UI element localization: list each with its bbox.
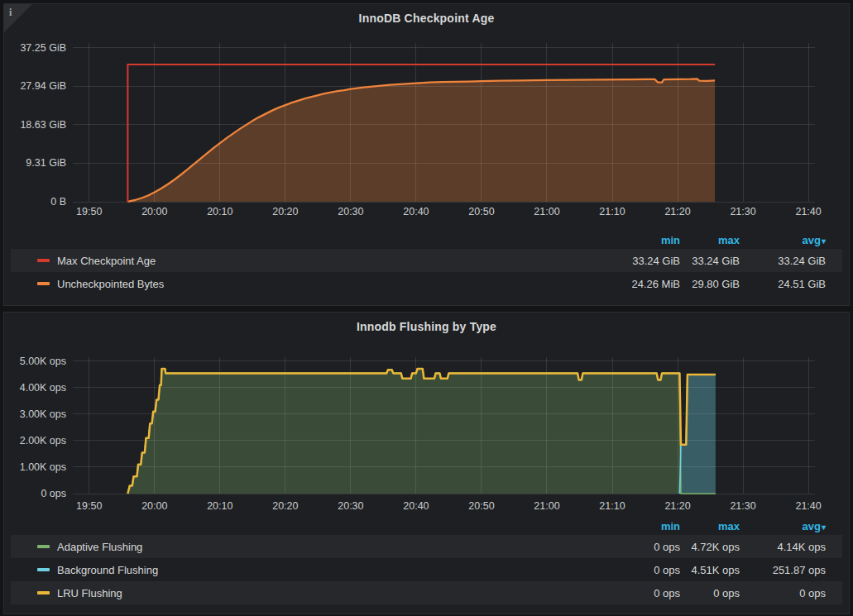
svg-text:21:10: 21:10 [599,206,625,217]
series-color-swatch [37,259,50,262]
series-avg-value: 33.24 GiB [740,255,826,267]
svg-text:27.94 GiB: 27.94 GiB [20,80,66,92]
series-color-swatch [37,545,50,548]
series-name[interactable]: Uncheckpointed Bytes [57,278,164,290]
series-color-swatch [37,591,50,595]
series-name[interactable]: Adaptive Flushing [57,541,142,553]
sort-caret-icon: ▾ [822,523,826,532]
legend-row-adaptive-flushing[interactable]: Adaptive Flushing 0 ops 4.72K ops 4.14K … [11,535,842,558]
series-name[interactable]: Max Checkpoint Age [57,255,156,267]
svg-text:19:50: 19:50 [76,500,102,512]
svg-text:21:20: 21:20 [664,206,690,217]
legend-header-row: min max avg▾ [11,517,842,535]
svg-text:19:50: 19:50 [76,206,102,217]
legend-header-max[interactable]: max [680,234,740,246]
series-max-value: 4.51K ops [680,564,740,576]
info-icon: i [9,7,12,19]
svg-text:37.25 GiB: 37.25 GiB [20,42,66,54]
legend-table: min max avg▾ Adaptive Flushing 0 ops 4.7… [11,517,842,604]
series-avg-value: 0 ops [740,587,826,599]
svg-text:20:50: 20:50 [468,206,494,217]
series-min-value: 24.26 MiB [621,278,680,290]
legend-table: min max avg▾ Max Checkpoint Age 33.24 Gi… [11,231,842,295]
legend-row-max-checkpoint-age[interactable]: Max Checkpoint Age 33.24 GiB 33.24 GiB 3… [11,249,842,272]
svg-text:21:10: 21:10 [599,500,625,512]
svg-text:1.00K ops: 1.00K ops [20,461,66,473]
legend-header-min[interactable]: min [621,520,680,532]
legend-header-max[interactable]: max [680,520,740,532]
svg-text:5.00K ops: 5.00K ops [20,356,66,367]
svg-text:21:20: 21:20 [664,500,690,512]
svg-text:21:30: 21:30 [730,206,755,217]
svg-text:2.00K ops: 2.00K ops [20,435,66,446]
series-max-value: 29.80 GiB [680,278,740,290]
panel-innodb-checkpoint-age: i InnoDB Checkpoint Age 19:5020:0020:102… [3,3,850,306]
series-max-value: 33.24 GiB [680,255,740,267]
series-min-value: 0 ops [621,564,680,576]
legend-row-background-flushing[interactable]: Background Flushing 0 ops 4.51K ops 251.… [11,558,842,581]
panel-title[interactable]: Innodb Flushing by Type [4,313,849,333]
panel-info-corner[interactable]: i [4,4,32,32]
series-color-swatch [37,568,50,571]
svg-text:9.31 GiB: 9.31 GiB [26,157,66,169]
svg-text:21:00: 21:00 [534,206,559,217]
svg-text:21:00: 21:00 [534,500,559,512]
series-avg-value: 4.14K ops [740,541,826,553]
legend-header-avg[interactable]: avg▾ [740,520,826,532]
legend-row-lru-flushing[interactable]: LRU Flushing 0 ops 0 ops 0 ops [11,581,842,604]
svg-text:20:30: 20:30 [338,500,363,512]
svg-text:20:10: 20:10 [207,206,232,217]
series-min-value: 33.24 GiB [621,255,680,267]
panel-title[interactable]: InnoDB Checkpoint Age [4,4,849,25]
checkpoint-age-chart[interactable]: 19:5020:0020:1020:2020:3020:4020:5021:00… [5,38,848,223]
legend-header-row: min max avg▾ [11,231,842,249]
svg-text:0 ops: 0 ops [41,488,66,499]
svg-text:20:40: 20:40 [403,206,429,217]
svg-text:20:20: 20:20 [272,500,298,512]
legend-header-avg-label: avg [803,520,821,532]
svg-text:20:40: 20:40 [403,500,429,512]
series-min-value: 0 ops [621,587,680,599]
svg-text:20:50: 20:50 [468,500,494,512]
svg-text:3.00K ops: 3.00K ops [20,408,66,420]
series-max-value: 4.72K ops [680,541,740,553]
flushing-by-type-chart[interactable]: 19:5020:0020:1020:2020:3020:4020:5021:00… [5,351,848,516]
series-min-value: 0 ops [621,541,680,553]
svg-text:20:00: 20:00 [141,500,167,512]
svg-text:20:10: 20:10 [207,500,232,512]
svg-text:20:00: 20:00 [141,206,167,217]
series-avg-value: 251.87 ops [740,564,826,576]
svg-text:21:30: 21:30 [730,500,755,512]
svg-text:0 B: 0 B [50,196,66,208]
svg-text:21:40: 21:40 [795,206,821,217]
series-avg-value: 24.51 GiB [740,278,826,290]
svg-text:4.00K ops: 4.00K ops [20,382,66,394]
series-max-value: 0 ops [680,587,740,599]
legend-header-avg-label: avg [803,234,821,246]
series-name[interactable]: Background Flushing [57,564,158,576]
svg-text:21:40: 21:40 [795,500,821,512]
legend-header-min[interactable]: min [621,234,680,246]
panel-innodb-flushing-by-type: Innodb Flushing by Type 19:5020:0020:102… [3,312,850,614]
sort-caret-icon: ▾ [822,236,826,246]
svg-text:18.63 GiB: 18.63 GiB [20,119,66,131]
legend-row-uncheckpointed-bytes[interactable]: Uncheckpointed Bytes 24.26 MiB 29.80 GiB… [11,272,842,295]
series-color-swatch [37,282,50,285]
legend-header-avg[interactable]: avg▾ [740,234,826,246]
svg-text:20:20: 20:20 [272,206,298,217]
svg-text:20:30: 20:30 [338,206,363,217]
series-name[interactable]: LRU Flushing [57,587,122,599]
